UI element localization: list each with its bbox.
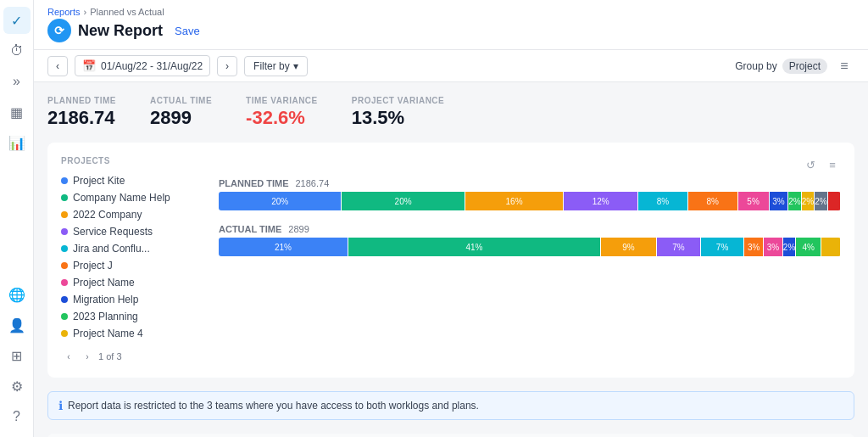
toolbar-menu-button[interactable]: ≡	[834, 56, 854, 76]
bar-segment: 5%	[738, 192, 769, 210]
bar-segment: 20%	[342, 192, 464, 210]
info-text: Report data is restricted to the 3 teams…	[68, 400, 479, 412]
bar-segment: 41%	[348, 238, 600, 256]
projects-list-items: Project KiteCompany Name Help2022 Compan…	[61, 172, 205, 342]
save-button[interactable]: Save	[170, 23, 205, 39]
bar-segment: 16%	[465, 192, 564, 210]
group-by-label: Group by	[735, 60, 776, 72]
chart-reset-icon[interactable]: ↺	[802, 156, 819, 173]
sidebar-icon-grid[interactable]: ⊞	[3, 342, 31, 369]
bar-segment: 7%	[701, 238, 744, 256]
planned-time-value: 2186.74	[47, 107, 116, 129]
bar-segment: 8%	[638, 192, 687, 210]
sidebar-icon-graph[interactable]: 📊	[3, 129, 31, 156]
planned-chart-value: 2186.74	[296, 178, 330, 188]
bar-segment: 9%	[601, 238, 656, 256]
pagination: ‹ › 1 of 3	[61, 349, 205, 364]
bar-segment	[828, 192, 840, 210]
prev-date-button[interactable]: ‹	[47, 56, 68, 76]
sidebar: ✓ ⏱ » ▦ 📊 🌐 👤 ⊞ ⚙ ?	[0, 0, 34, 437]
page-indicator: 1 of 3	[98, 351, 122, 361]
project-list-item[interactable]: Migration Help	[61, 291, 205, 308]
sidebar-icon-clock[interactable]: ⏱	[3, 37, 31, 64]
bar-segment	[821, 238, 840, 256]
project-list-item[interactable]: Project J	[61, 257, 205, 274]
project-variance-value: 13.5%	[352, 107, 445, 129]
bar-segment: 4%	[796, 238, 821, 256]
content-area: PLANNED TIME 2186.74 ACTUAL TIME 2899 TI…	[34, 82, 868, 437]
bar-segment: 3%	[764, 238, 782, 256]
sidebar-icon-globe[interactable]: 🌐	[3, 281, 31, 308]
project-list-item[interactable]: Jira and Conflu...	[61, 240, 205, 257]
app-logo: ⟳	[47, 19, 71, 42]
bar-segment: 3%	[744, 238, 763, 256]
breadcrumb-separator: ›	[84, 7, 87, 17]
sidebar-icon-barchart[interactable]: ▦	[3, 98, 31, 126]
project-list-item[interactable]: 2023 Planning	[61, 308, 205, 325]
next-page-button[interactable]: ›	[80, 349, 95, 364]
breadcrumb-reports[interactable]: Reports	[47, 7, 81, 17]
planned-chart-title: PLANNED TIME	[219, 178, 289, 188]
project-list-item[interactable]: Service Requests	[61, 223, 205, 240]
filter-chevron-icon: ▾	[293, 60, 298, 72]
filter-button[interactable]: Filter by ▾	[244, 56, 308, 76]
sidebar-icon-chevrons[interactable]: »	[3, 68, 31, 95]
date-range-value: 01/Aug/22 - 31/Aug/22	[101, 60, 203, 72]
planned-time-stat: PLANNED TIME 2186.74	[47, 96, 116, 129]
sidebar-icon-settings[interactable]: ⚙	[3, 373, 31, 400]
actual-chart-title: ACTUAL TIME	[219, 224, 281, 234]
data-table: Project Planned Time Actual Time Varianc…	[47, 434, 854, 437]
projects-list: PROJECTS Project KiteCompany Name Help20…	[61, 156, 205, 364]
info-bar: ℹ Report data is restricted to the 3 tea…	[47, 391, 854, 420]
bar-segment: 7%	[657, 238, 700, 256]
toolbar: ‹ 📅 01/Aug/22 - 31/Aug/22 › Filter by ▾ …	[34, 50, 868, 82]
breadcrumb: Reports › Planned vs Actual	[47, 7, 854, 17]
project-list-item[interactable]: Project Name	[61, 274, 205, 291]
info-icon: ℹ	[58, 399, 63, 412]
time-variance-stat: TIME VARIANCE -32.6%	[246, 96, 318, 129]
projects-header: PROJECTS	[61, 156, 205, 165]
bar-segment: 8%	[688, 192, 737, 210]
stats-row: PLANNED TIME 2186.74 ACTUAL TIME 2899 TI…	[47, 96, 854, 129]
time-variance-label: TIME VARIANCE	[246, 96, 318, 105]
actual-time-value: 2899	[150, 107, 212, 129]
projects-section: PROJECTS Project KiteCompany Name Help20…	[47, 143, 854, 378]
actual-time-label: ACTUAL TIME	[150, 96, 212, 105]
bar-segment: 12%	[564, 192, 637, 210]
planned-chart-label-row: PLANNED TIME 2186.74	[219, 178, 841, 188]
planned-bar: 20%20%16%12%8%8%5%3%2%2%2%	[219, 192, 841, 210]
prev-page-button[interactable]: ‹	[61, 349, 76, 364]
bar-segment: 3%	[770, 192, 788, 210]
page-title: New Report	[78, 22, 163, 40]
project-list-item[interactable]: Project Kite	[61, 172, 205, 189]
project-list-item[interactable]: Project Name 4	[61, 325, 205, 342]
breadcrumb-current: Planned vs Actual	[90, 7, 164, 17]
actual-chart-label-row: ACTUAL TIME 2899	[219, 224, 841, 234]
chart-list-icon[interactable]: ≡	[824, 156, 841, 173]
bar-segment: 21%	[219, 238, 348, 256]
group-by-value[interactable]: Project	[782, 59, 827, 74]
project-list-item[interactable]: 2022 Company	[61, 206, 205, 223]
sidebar-icon-check[interactable]: ✓	[3, 7, 31, 34]
main-area: Reports › Planned vs Actual ⟳ New Report…	[34, 0, 868, 437]
header-row: ⟳ New Report Save	[47, 19, 854, 42]
sidebar-icon-help[interactable]: ?	[3, 403, 31, 430]
actual-time-stat: ACTUAL TIME 2899	[150, 96, 212, 129]
actual-chart-value: 2899	[288, 224, 309, 234]
planned-time-chart: PLANNED TIME 2186.74 20%20%16%12%8%8%5%3…	[219, 178, 841, 210]
planned-time-label: PLANNED TIME	[47, 96, 116, 105]
group-by-section: Group by Project	[735, 59, 827, 74]
bar-segment: 2%	[788, 192, 800, 210]
project-list-item[interactable]: Company Name Help	[61, 189, 205, 206]
sidebar-icon-user[interactable]: 👤	[3, 311, 31, 339]
table-header: Project Planned Time Actual Time Varianc…	[47, 434, 854, 437]
actual-bar: 21%41%9%7%7%3%3%2%4%	[219, 238, 841, 256]
bar-segment: 2%	[783, 238, 795, 256]
project-variance-label: PROJECT VARIANCE	[352, 96, 445, 105]
calendar-icon: 📅	[82, 59, 96, 72]
time-variance-value: -32.6%	[246, 107, 318, 129]
next-date-button[interactable]: ›	[217, 56, 237, 76]
bar-segment: 2%	[815, 192, 826, 210]
date-range-selector[interactable]: 📅 01/Aug/22 - 31/Aug/22	[75, 55, 210, 76]
charts-area: ↺ ≡ PLANNED TIME 2186.74 20%20%16%12%8%8…	[219, 156, 841, 364]
